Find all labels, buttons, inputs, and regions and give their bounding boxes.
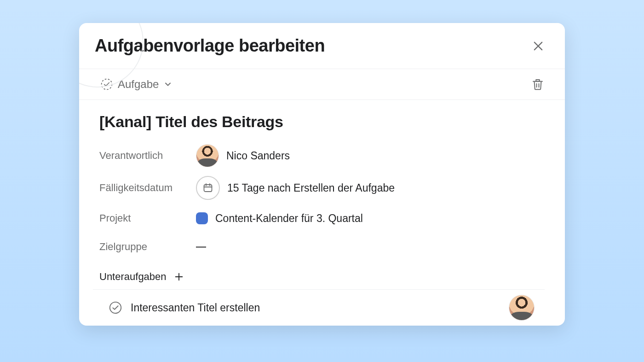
subtask-row[interactable]: Interessanten Titel erstellen bbox=[99, 290, 545, 326]
trash-icon bbox=[531, 77, 545, 91]
subtask-assignee-avatar[interactable] bbox=[509, 295, 535, 321]
task-title[interactable]: [Kanal] Titel des Beitrags bbox=[99, 113, 545, 131]
calendar-icon-wrap bbox=[196, 176, 220, 200]
audience-label: Zielgruppe bbox=[99, 241, 196, 253]
project-color-chip bbox=[196, 212, 208, 224]
subtasks-header: Unteraufgaben bbox=[93, 264, 545, 290]
empty-indicator bbox=[196, 246, 206, 248]
subtask-title: Interessanten Titel erstellen bbox=[131, 302, 260, 314]
field-assignee: Verantwortlich Nico Sanders bbox=[99, 143, 545, 169]
modal-header: Aufgabenvorlage bearbeiten bbox=[79, 23, 565, 69]
field-audience: Zielgruppe bbox=[99, 236, 545, 258]
task-type-dropdown[interactable]: Aufgabe bbox=[100, 78, 172, 91]
assignee-avatar bbox=[196, 144, 219, 167]
project-label: Projekt bbox=[99, 212, 196, 224]
chevron-down-icon bbox=[163, 80, 172, 89]
calendar-icon bbox=[202, 182, 213, 193]
subtask-check-icon[interactable] bbox=[109, 301, 122, 315]
due-date-value[interactable]: 15 Tage nach Erstellen der Aufgabe bbox=[196, 176, 395, 200]
plus-icon bbox=[174, 272, 184, 282]
task-template-modal: Aufgabenvorlage bearbeiten Aufgabe [Kan bbox=[79, 23, 565, 326]
task-check-icon bbox=[100, 78, 113, 91]
task-body: [Kanal] Titel des Beitrags Verantwortlic… bbox=[79, 100, 565, 326]
assignee-label: Verantwortlich bbox=[99, 150, 196, 162]
delete-button[interactable] bbox=[531, 77, 545, 91]
due-date-label: Fälligkeitsdatum bbox=[99, 182, 196, 194]
assignee-name: Nico Sanders bbox=[226, 150, 290, 162]
assignee-value[interactable]: Nico Sanders bbox=[196, 144, 290, 167]
task-type-label: Aufgabe bbox=[118, 78, 159, 91]
project-name: Content-Kalender für 3. Quartal bbox=[215, 212, 363, 225]
task-toolbar: Aufgabe bbox=[79, 69, 565, 100]
audience-value[interactable] bbox=[196, 246, 206, 248]
svg-point-2 bbox=[102, 79, 112, 90]
field-project: Projekt Content-Kalender für 3. Quartal bbox=[99, 207, 545, 229]
svg-point-11 bbox=[110, 302, 121, 313]
modal-title: Aufgabenvorlage bearbeiten bbox=[95, 36, 325, 56]
due-date-text: 15 Tage nach Erstellen der Aufgabe bbox=[227, 182, 395, 194]
project-value[interactable]: Content-Kalender für 3. Quartal bbox=[196, 212, 363, 225]
close-icon bbox=[532, 40, 545, 53]
close-button[interactable] bbox=[532, 40, 545, 53]
svg-rect-5 bbox=[204, 185, 212, 192]
subtasks-label: Unteraufgaben bbox=[99, 271, 167, 283]
field-due-date: Fälligkeitsdatum 15 Tage nach Erstellen … bbox=[99, 175, 545, 201]
add-subtask-button[interactable] bbox=[174, 272, 184, 282]
